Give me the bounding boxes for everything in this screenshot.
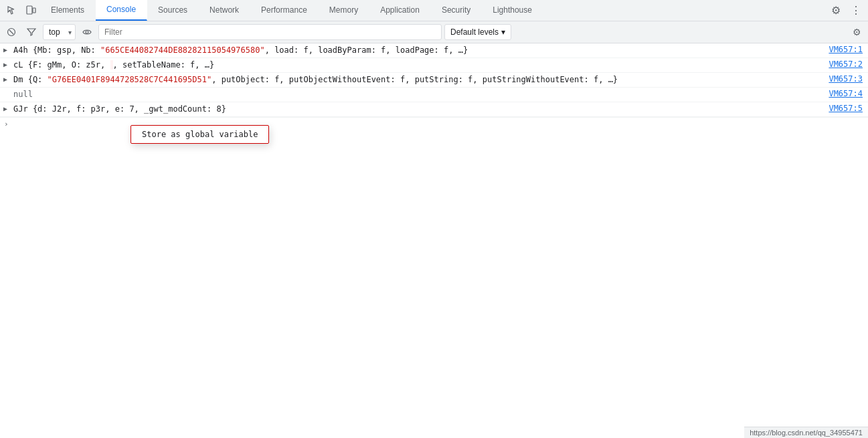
svg-point-4 [86, 31, 88, 33]
tab-lighthouse[interactable]: Lighthouse [482, 0, 543, 21]
status-url: https://blog.csdn.net/qq_34955471 [750, 429, 863, 437]
console-settings-button[interactable]: ⚙ [848, 23, 865, 41]
console-toolbar: top ▾ Default levels ▾ ⚙ [0, 21, 868, 43]
tab-bar: Elements Console Sources Network Perform… [40, 0, 827, 21]
eye-icon-button[interactable] [78, 23, 96, 41]
console-row-5: ▶ GJr {d: J2r, f: p3r, e: 7, _gwt_modCou… [0, 102, 868, 117]
tab-memory[interactable]: Memory [319, 0, 369, 21]
console-filter-icon-button[interactable] [23, 23, 40, 41]
row1-content: A4h {Mb: gsp, Nb: "665CE44082744DE882821… [11, 45, 823, 56]
status-bar: https://blog.csdn.net/qq_34955471 [744, 427, 868, 438]
row1-source[interactable]: VM657:1 [823, 45, 868, 54]
tab-application[interactable]: Application [369, 0, 431, 21]
row2-highlighted-area [110, 60, 113, 70]
row4-source[interactable]: VM657:4 [823, 89, 868, 98]
store-as-global-variable-item[interactable]: Store as global variable [131, 126, 268, 143]
row2-expand-arrow[interactable]: ▶ [0, 60, 11, 68]
tab-elements[interactable]: Elements [40, 0, 96, 21]
tab-sources[interactable]: Sources [147, 0, 199, 21]
row3-expand-arrow[interactable]: ▶ [0, 74, 11, 83]
more-options-button[interactable]: ⋮ [847, 1, 865, 20]
console-row-3: ▶ Dm {Q: "G76EE0401F8944728528C7C441695D… [0, 73, 868, 88]
clear-console-button[interactable] [3, 23, 20, 41]
prompt-chevron: › [0, 120, 11, 128]
context-selector[interactable]: top [43, 24, 76, 40]
svg-line-3 [9, 30, 13, 34]
row4-content: null [11, 89, 823, 100]
row5-content: GJr {d: J2r, f: p3r, e: 7, _gwt_modCount… [11, 104, 823, 115]
row1-string-value: "665CE44082744DE88282115054976580" [100, 45, 265, 55]
tab-console[interactable]: Console [96, 0, 147, 21]
row5-expand-arrow[interactable]: ▶ [0, 104, 11, 112]
tab-network[interactable]: Network [199, 0, 250, 21]
svg-rect-0 [27, 6, 32, 14]
context-menu: Store as global variable [131, 125, 269, 144]
row2-content: cL {F: gMm, O: z5r, , setTableName: f, …… [11, 60, 823, 71]
row2-source[interactable]: VM657:2 [823, 60, 868, 69]
row3-content: Dm {Q: "G76EE0401F8944728528C7C441695D51… [11, 74, 823, 86]
tab-security[interactable]: Security [431, 0, 482, 21]
row1-expand-arrow[interactable]: ▶ [0, 45, 11, 53]
inspect-element-button[interactable] [3, 1, 21, 20]
top-toolbar: Elements Console Sources Network Perform… [0, 0, 868, 21]
filter-input[interactable] [98, 24, 442, 40]
tab-performance[interactable]: Performance [250, 0, 319, 21]
console-content: ▶ A4h {Mb: gsp, Nb: "665CE44082744DE8828… [0, 43, 868, 415]
row3-source[interactable]: VM657:3 [823, 74, 868, 84]
svg-rect-1 [33, 8, 35, 13]
row4-no-arrow [0, 89, 11, 90]
device-toolbar-button[interactable] [21, 1, 40, 20]
row5-source[interactable]: VM657:5 [823, 104, 868, 113]
console-row-2: ▶ cL {F: gMm, O: z5r, , setTableName: f,… [0, 58, 868, 73]
console-row-4: null VM657:4 [0, 88, 868, 102]
console-row-1: ▶ A4h {Mb: gsp, Nb: "665CE44082744DE8828… [0, 43, 868, 58]
default-levels-arrow: ▾ [501, 27, 505, 37]
row3-string-value: "G76EE0401F8944728528C7C441695D51" [48, 75, 212, 84]
settings-icon-button[interactable]: ⚙ [827, 1, 845, 20]
default-levels-button[interactable]: Default levels ▾ [444, 24, 511, 40]
context-selector-wrap: top ▾ [43, 24, 76, 40]
